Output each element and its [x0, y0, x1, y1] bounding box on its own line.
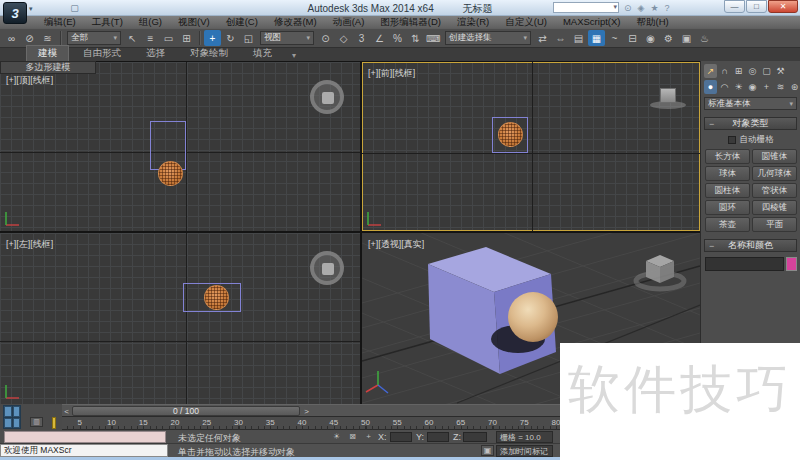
- time-tag-icon[interactable]: ▣: [481, 445, 494, 456]
- maxscript-mini-listener[interactable]: 欢迎使用 MAXScr: [0, 444, 168, 457]
- hierarchy-tab[interactable]: ⊞: [732, 64, 745, 78]
- named-selection-sets-dropdown[interactable]: 创建选择集: [445, 31, 531, 45]
- menu-item[interactable]: 组(G): [131, 16, 170, 28]
- lights-category[interactable]: ☀: [732, 80, 745, 94]
- shapes-category[interactable]: ◠: [718, 80, 731, 94]
- primitive-button[interactable]: 球体: [705, 166, 750, 181]
- x-coordinate-field[interactable]: [390, 432, 412, 442]
- primitive-button[interactable]: 几何球体: [752, 166, 797, 181]
- primitive-button[interactable]: 圆环: [705, 200, 750, 215]
- selection-filter-dropdown[interactable]: 全部: [67, 31, 121, 45]
- create-tab[interactable]: ↗: [704, 64, 717, 78]
- ribbon-tab[interactable]: 自由形式: [72, 46, 132, 61]
- viewport-front-label[interactable]: [+][前][线框]: [368, 67, 415, 80]
- select-and-manipulate-icon[interactable]: ◇: [335, 30, 352, 46]
- viewport-top[interactable]: [+][顶][线框]: [0, 62, 360, 231]
- menu-item[interactable]: 创建(C): [218, 16, 266, 28]
- schematic-view-icon[interactable]: ⊟: [624, 30, 641, 46]
- next-frame-button[interactable]: >: [302, 406, 311, 416]
- select-and-link-icon[interactable]: ∞: [3, 30, 20, 46]
- favorites-icon[interactable]: ★: [650, 3, 658, 13]
- ribbon-tab[interactable]: 对象绘制: [179, 46, 239, 61]
- sphere-object-wireframe[interactable]: [498, 122, 523, 147]
- menu-item[interactable]: 图形编辑器(D): [372, 16, 449, 28]
- subcategory-dropdown[interactable]: 标准基本体: [704, 97, 797, 110]
- primitive-button[interactable]: 管状体: [752, 183, 797, 198]
- modify-tab[interactable]: ∩: [718, 64, 731, 78]
- sphere-object-wireframe[interactable]: [204, 285, 229, 310]
- prompt-light-icon[interactable]: ☀: [330, 431, 343, 442]
- material-editor-icon[interactable]: ◉: [642, 30, 659, 46]
- menu-item[interactable]: 渲染(R): [449, 16, 497, 28]
- menu-item[interactable]: 视图(V): [170, 16, 218, 28]
- ribbon-tab[interactable]: 建模: [26, 45, 69, 61]
- maximize-button[interactable]: □: [746, 0, 767, 13]
- reference-coordinate-dropdown[interactable]: 视图: [260, 31, 314, 45]
- menu-item[interactable]: 动画(A): [325, 16, 373, 28]
- minimize-button[interactable]: —: [724, 0, 745, 13]
- close-button[interactable]: ✕: [768, 0, 798, 13]
- use-pivot-center-icon[interactable]: ⊙: [317, 30, 334, 46]
- viewport-front[interactable]: [+][前][线框]: [362, 62, 700, 231]
- transform-gizmo-icon[interactable]: +: [362, 431, 375, 442]
- primitive-button[interactable]: 长方体: [705, 149, 750, 164]
- y-coordinate-field[interactable]: [427, 432, 449, 442]
- geometry-category[interactable]: ●: [704, 80, 717, 94]
- menu-item[interactable]: MAXScript(X): [555, 16, 629, 28]
- systems-category[interactable]: ⊛: [788, 80, 800, 94]
- menu-item[interactable]: 编辑(E): [36, 16, 84, 28]
- percent-snap-icon[interactable]: %: [389, 30, 406, 46]
- spinner-snap-icon[interactable]: ⇅: [407, 30, 424, 46]
- unlink-selection-icon[interactable]: ⊘: [21, 30, 38, 46]
- layer-manager-icon[interactable]: ▤: [570, 30, 587, 46]
- select-object-icon[interactable]: ↖: [124, 30, 141, 46]
- render-setup-icon[interactable]: ⚙: [660, 30, 677, 46]
- menu-item[interactable]: 工具(T): [84, 16, 131, 28]
- select-and-rotate-icon[interactable]: ↻: [222, 30, 239, 46]
- viewport-left[interactable]: [+][左][线框]: [0, 233, 360, 404]
- bind-to-space-warp-icon[interactable]: ≋: [39, 30, 56, 46]
- primitive-button[interactable]: 圆柱体: [705, 183, 750, 198]
- name-color-rollout[interactable]: −名称和颜色: [704, 239, 797, 252]
- select-and-scale-icon[interactable]: ◱: [240, 30, 257, 46]
- viewport-perspective-label[interactable]: [+][透视][真实]: [368, 238, 424, 251]
- infocenter-search-input[interactable]: [553, 2, 619, 13]
- selection-lock-icon[interactable]: ⊠: [346, 431, 359, 442]
- ribbon-tab[interactable]: 选择: [135, 46, 176, 61]
- align-icon[interactable]: ⇔: [552, 30, 569, 46]
- object-type-rollout[interactable]: −对象类型: [704, 117, 797, 130]
- cameras-category[interactable]: ◉: [746, 80, 759, 94]
- curve-editor-icon[interactable]: ~: [606, 30, 623, 46]
- z-coordinate-field[interactable]: [463, 432, 487, 442]
- keyboard-override-icon[interactable]: ⌨: [425, 30, 442, 46]
- motion-tab[interactable]: ◎: [746, 64, 759, 78]
- object-name-input[interactable]: [705, 257, 784, 271]
- previous-frame-button[interactable]: <: [62, 406, 71, 416]
- menu-item[interactable]: 修改器(M): [266, 16, 325, 28]
- object-color-swatch[interactable]: [786, 257, 797, 271]
- viewport-left-label[interactable]: [+][左][线框]: [6, 238, 53, 251]
- rendered-frame-window-icon[interactable]: ▣: [678, 30, 695, 46]
- app-menu-button[interactable]: 3: [3, 2, 27, 24]
- helpers-category[interactable]: +: [760, 80, 773, 94]
- utilities-tab[interactable]: ⚒: [774, 64, 787, 78]
- viewport-layout-tabs-icon[interactable]: [3, 405, 21, 429]
- select-and-move-icon[interactable]: +: [204, 30, 221, 46]
- menu-item[interactable]: 帮助(H): [628, 16, 676, 28]
- display-tab[interactable]: ▢: [760, 64, 773, 78]
- polygon-modeling-panel-tab[interactable]: 多边形建模: [0, 61, 96, 74]
- sphere-object-wireframe[interactable]: [158, 161, 183, 186]
- primitive-button[interactable]: 平面: [752, 217, 797, 232]
- ribbon-tab[interactable]: 填充: [242, 46, 283, 61]
- ribbon-minimize-icon[interactable]: ▾: [286, 50, 302, 61]
- viewcube[interactable]: [650, 88, 686, 110]
- primitive-button[interactable]: 四棱锥: [752, 200, 797, 215]
- angle-snap-icon[interactable]: ∠: [371, 30, 388, 46]
- menu-item[interactable]: 自定义(U): [497, 16, 555, 28]
- space-warps-category[interactable]: ≋: [774, 80, 787, 94]
- snap-toggle-3d-icon[interactable]: 3: [353, 30, 370, 46]
- current-frame-marker[interactable]: [52, 417, 56, 429]
- viewcube[interactable]: [310, 251, 344, 285]
- add-time-tag[interactable]: 添加时间标记: [496, 445, 553, 457]
- ribbon-toggle-icon[interactable]: ▦: [588, 30, 605, 46]
